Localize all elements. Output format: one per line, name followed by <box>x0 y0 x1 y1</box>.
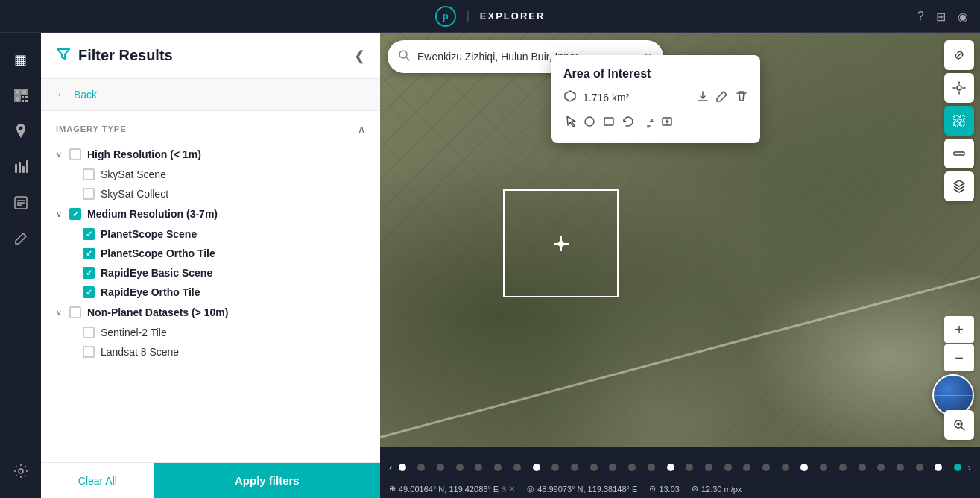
ruler-btn[interactable] <box>944 139 974 168</box>
svg-rect-10 <box>15 164 17 173</box>
zoom-extent-button[interactable] <box>944 410 974 440</box>
timeline-dot[interactable] <box>399 464 406 471</box>
timeline-dot[interactable] <box>628 464 636 471</box>
svg-rect-12 <box>22 166 25 173</box>
sidebar-item-notes[interactable] <box>6 188 36 218</box>
sidebar-item-settings[interactable] <box>6 456 36 486</box>
medium-res-expand-icon[interactable]: ∨ <box>56 209 62 219</box>
timeline-dot[interactable] <box>533 464 540 471</box>
sidebar-item-location[interactable] <box>6 116 36 146</box>
select-area-btn[interactable] <box>944 106 974 136</box>
aoi-redo-tool[interactable] <box>641 115 654 131</box>
sentinel2-checkbox[interactable] <box>83 327 95 338</box>
timeline-dot[interactable] <box>897 464 904 471</box>
timeline-dot[interactable] <box>667 464 674 471</box>
timeline-dot[interactable] <box>513 464 521 471</box>
timeline-dot[interactable] <box>743 464 750 471</box>
user-location-btn[interactable] <box>944 73 974 103</box>
sidebar-item-edit[interactable] <box>6 224 36 253</box>
sidebar-item-analytics[interactable] <box>6 152 36 182</box>
sentinel2-label: Sentinel-2 Tile <box>101 327 167 338</box>
timeline-dot[interactable] <box>782 464 789 471</box>
filter-close-button[interactable]: ❮ <box>354 48 365 64</box>
timeline-dot[interactable] <box>916 464 923 471</box>
svg-rect-7 <box>25 96 28 98</box>
timeline-dot[interactable] <box>475 464 482 471</box>
high-res-checkbox[interactable] <box>69 148 81 160</box>
user-icon[interactable]: ◉ <box>958 10 968 24</box>
timeline-dot[interactable] <box>800 464 808 471</box>
target-icon: ◎ <box>527 484 534 494</box>
orbit-icon: ⊙ <box>649 484 656 494</box>
aoi-undo-tool[interactable] <box>622 115 635 131</box>
zoom-controls: + − <box>944 316 974 371</box>
skysat-collect-checkbox[interactable] <box>83 188 95 200</box>
timeline-dot[interactable] <box>762 464 770 471</box>
timeline-dot[interactable] <box>494 464 502 471</box>
medium-res-checkbox[interactable] <box>69 208 81 220</box>
skysat-collect-item: SkySat Collect <box>56 184 365 204</box>
timeline-dot[interactable] <box>859 464 866 471</box>
aoi-pointer-tool[interactable] <box>563 115 577 131</box>
map-area[interactable]: Ewenkizu Zizhiqi, Hulun Buir, Inner ... … <box>380 33 980 498</box>
aoi-download-icon[interactable] <box>696 89 709 106</box>
timeline-right-arrow[interactable]: › <box>964 461 974 473</box>
aoi-info: 1.716 km² <box>563 89 748 106</box>
timeline-dot[interactable] <box>954 464 961 471</box>
planetscope-scene-checkbox[interactable] <box>83 228 95 240</box>
timeline-dot[interactable] <box>456 464 464 471</box>
timeline-dot[interactable] <box>705 464 712 471</box>
rapideye-basic-checkbox[interactable] <box>83 267 95 279</box>
aoi-edit-icon[interactable] <box>715 89 729 106</box>
clear-all-button[interactable]: Clear All <box>41 463 154 498</box>
filter-footer: Clear All Apply filters <box>41 462 380 498</box>
aoi-delete-icon[interactable] <box>735 89 748 106</box>
timeline-dot[interactable] <box>648 464 655 471</box>
timeline-dot[interactable] <box>437 464 444 471</box>
timeline-dot[interactable] <box>839 464 847 471</box>
timeline-dot[interactable] <box>820 464 827 471</box>
aoi-circle-tool[interactable] <box>583 115 596 131</box>
timeline-dot[interactable] <box>417 464 425 471</box>
aoi-add-tool[interactable] <box>660 115 674 131</box>
aoi-rectangle-tool[interactable] <box>602 115 616 131</box>
svg-line-20 <box>406 57 409 60</box>
grid-icon[interactable]: ⊞ <box>936 10 946 24</box>
zoom-in-button[interactable]: + <box>944 316 974 343</box>
imagery-type-section-header: IMAGERY TYPE ∧ <box>41 111 380 144</box>
aoi-shape-icon <box>563 89 577 106</box>
non-planet-expand-icon[interactable]: ∨ <box>56 308 62 318</box>
sidebar-item-qr[interactable] <box>6 81 36 110</box>
copy-coord1-icon[interactable]: ⎘ <box>502 485 506 493</box>
zoom-out-button[interactable]: − <box>944 344 974 371</box>
help-icon[interactable]: ? <box>917 10 924 23</box>
timeline-dot[interactable] <box>686 464 693 471</box>
timeline-dot[interactable] <box>877 464 885 471</box>
search-icon <box>398 49 410 64</box>
timeline-dot[interactable] <box>935 464 942 471</box>
link-control-btn[interactable] <box>944 40 974 70</box>
high-res-parent: ∨ High Resolution (< 1m) <box>56 144 365 165</box>
timeline-dot[interactable] <box>609 464 616 471</box>
timeline-dot[interactable] <box>590 464 598 471</box>
skysat-collect-label: SkySat Collect <box>101 188 168 200</box>
apply-filters-button[interactable]: Apply filters <box>154 463 380 498</box>
close-coord1-icon[interactable]: ✕ <box>509 485 515 493</box>
landsat8-checkbox[interactable] <box>83 346 95 358</box>
aoi-tools <box>563 115 748 131</box>
svg-rect-8 <box>22 100 24 102</box>
rapideye-ortho-checkbox[interactable] <box>83 286 95 298</box>
svg-rect-35 <box>954 122 958 126</box>
timeline-dot[interactable] <box>724 464 732 471</box>
timeline-dot[interactable] <box>571 464 578 471</box>
planetscope-ortho-checkbox[interactable] <box>83 248 95 259</box>
timeline-left-arrow[interactable]: ‹ <box>386 461 396 473</box>
skysat-scene-checkbox[interactable] <box>83 168 95 180</box>
high-res-expand-icon[interactable]: ∨ <box>56 150 62 160</box>
filter-back-button[interactable]: ← Back <box>41 79 380 111</box>
sidebar-item-layers[interactable]: ▦ <box>6 45 36 75</box>
timeline-dot[interactable] <box>551 464 559 471</box>
non-planet-checkbox[interactable] <box>69 306 81 318</box>
section-toggle-icon[interactable]: ∧ <box>358 123 365 135</box>
layers-btn[interactable] <box>944 171 974 201</box>
